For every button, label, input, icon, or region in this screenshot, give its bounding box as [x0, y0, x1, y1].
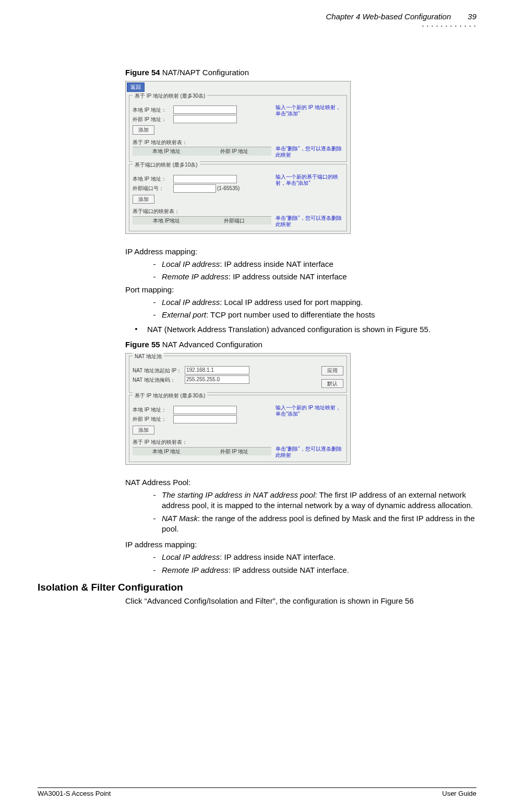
- ip-mapping-heading: IP Address mapping:: [125, 246, 476, 257]
- isolation-filter-body: Click “Advanced Config/Isolation and Fil…: [125, 596, 476, 606]
- port-local-ip-desc: : Local IP address used for port mapping…: [220, 298, 363, 307]
- ip-mapping-heading-2: IP address mapping:: [125, 539, 476, 550]
- list-item: -Remote IP address: IP address outside N…: [147, 272, 476, 282]
- local-ip-input-2[interactable]: [173, 406, 237, 414]
- remote-ip-desc: : IP address outside NAT interface: [229, 272, 347, 281]
- th-external-port: 外部端口: [200, 217, 268, 225]
- list-item: -External port: TCP port number used to …: [147, 310, 476, 320]
- local-ip-input[interactable]: [173, 105, 237, 114]
- nat-mask-input[interactable]: 255.255.255.0: [185, 375, 249, 384]
- figure-54-label: Figure 54: [125, 68, 160, 77]
- add-hint: 输入一个新的 IP 地址映射，单击“添加”: [276, 104, 343, 117]
- list-item: -The starting IP address in NAT address …: [147, 490, 476, 511]
- port-add-button[interactable]: 添加: [133, 195, 154, 204]
- footer-right: User Guide: [442, 789, 476, 798]
- ip-mapping-table-title-2: 基于 IP 地址的映射表：: [133, 439, 343, 446]
- remote-ip-label-2: 外部 IP 地址：: [133, 416, 173, 423]
- ip-mapping-legend-2: 基于 IP 地址的映射 (最多30条): [133, 392, 207, 399]
- default-button[interactable]: 默认: [321, 379, 343, 389]
- add-button-2[interactable]: 添加: [133, 426, 154, 435]
- remote-ip-label: 外部 IP 地址：: [133, 116, 173, 123]
- port-delete-hint: 单击“删除”，您可以逐条删除此映射: [276, 215, 343, 228]
- chapter-title: Chapter 4 Web-based Configuration: [326, 11, 451, 22]
- add-button[interactable]: 添加: [133, 125, 154, 135]
- local-ip-term-2: Local IP address: [162, 552, 220, 561]
- th-local-ip: 本地 IP 地址: [133, 148, 200, 155]
- figure-55-caption: Figure 55 NAT Advanced Configuration: [125, 339, 476, 350]
- figure-55-title: NAT Advanced Configuration: [160, 340, 262, 349]
- page-footer: WA3001-S Access Point User Guide: [38, 787, 476, 798]
- list-item: -Local IP address: IP address inside NAT…: [147, 552, 476, 562]
- ip-table-header: 本地 IP 地址 外部 IP 地址: [133, 147, 271, 156]
- remote-ip-desc-2: : IP address outside NAT interface.: [229, 566, 349, 574]
- delete-hint: 单击“删除”，您可以逐条删除此映射: [276, 146, 343, 158]
- port-mapping-heading: Port mapping:: [125, 285, 476, 295]
- remote-ip-input-2[interactable]: [173, 415, 237, 423]
- start-ip-input[interactable]: 192.168.1.1: [185, 366, 249, 374]
- list-item: -Remote IP address: IP address outside N…: [147, 565, 476, 575]
- local-ip-desc: : IP address inside NAT interface: [220, 260, 333, 268]
- external-port-label: 外部端口号：: [133, 185, 173, 192]
- th-remote-ip: 外部 IP 地址: [200, 148, 268, 155]
- ip-mapping-fieldset: 基于 IP 地址的映射 (最多30条) 本地 IP 地址： 外部 IP 地址： …: [129, 95, 347, 162]
- port-add-hint: 输入一个新的基于端口的映射，单击“添加”: [276, 174, 343, 186]
- figure-54-caption: Figure 54 NAT/NAPT Configuration: [125, 67, 476, 78]
- nat-bullet: • NAT (Network Address Translation) adva…: [125, 324, 476, 335]
- figure-55-screenshot: NAT 地址池 NAT 地址池起始 IP：192.168.1.1 NAT 地址池…: [125, 353, 351, 465]
- port-local-ip-label: 本地 IP 地址：: [133, 175, 173, 183]
- port-table-header: 本地 IP地址 外部端口: [133, 216, 271, 225]
- local-ip-label: 本地 IP 地址：: [133, 107, 173, 114]
- remote-ip-term-2: Remote IP address: [162, 566, 229, 574]
- nat-pool-heading: NAT Address Pool:: [125, 477, 476, 488]
- start-ip-label: NAT 地址池起始 IP：: [133, 367, 185, 374]
- figure-55-label: Figure 55: [125, 340, 160, 349]
- apply-button[interactable]: 应用: [321, 366, 343, 375]
- local-ip-label-2: 本地 IP 地址：: [133, 406, 173, 414]
- page-number: 39: [468, 11, 476, 22]
- local-ip-desc-2: : IP address inside NAT interface.: [220, 552, 336, 561]
- nat-pool-legend: NAT 地址池: [133, 353, 164, 360]
- port-mapping-legend: 基于端口的映射 (最多10条): [133, 161, 200, 169]
- th-local-ip-2: 本地 IP 地址: [133, 448, 200, 455]
- port-range-hint: (1-65535): [217, 185, 240, 192]
- nat-pool-fieldset: NAT 地址池 NAT 地址池起始 IP：192.168.1.1 NAT 地址池…: [129, 356, 347, 393]
- nat-mask-term: NAT Mask: [162, 514, 198, 523]
- figure-54-title: NAT/NAPT Configuration: [160, 68, 249, 77]
- nat-mask-desc: : the range of the address pool is defin…: [162, 514, 475, 533]
- header-ornament: • • • • • • • • • • • •: [422, 23, 476, 29]
- list-item: -Local IP address: IP address inside NAT…: [147, 259, 476, 269]
- figure-54-screenshot: 返回 基于 IP 地址的映射 (最多30条) 本地 IP 地址： 外部 IP 地…: [125, 81, 351, 234]
- external-port-input[interactable]: [173, 184, 216, 193]
- delete-hint-2: 单击“删除”，您可以逐条删除此映射: [276, 446, 343, 458]
- port-local-ip-input[interactable]: [173, 175, 237, 183]
- isolation-filter-heading: Isolation & Filter Configuration: [38, 581, 476, 594]
- nat-mask-label: NAT 地址池掩码：: [133, 376, 185, 384]
- th-port-local-ip: 本地 IP地址: [133, 217, 200, 225]
- ip-mapping-table-title: 基于 IP 地址的映射表：: [133, 139, 343, 146]
- remote-ip-input[interactable]: [173, 115, 237, 123]
- external-port-desc: : TCP port number used to differentiate …: [206, 310, 375, 319]
- ip-mapping-fieldset-2: 基于 IP 地址的映射 (最多30条) 本地 IP 地址： 外部 IP 地址： …: [129, 395, 347, 462]
- nat-bullet-text: NAT (Network Address Translation) advanc…: [147, 324, 476, 335]
- add-hint-2: 输入一个新的 IP 地址映射，单击“添加”: [276, 405, 343, 417]
- port-mapping-table-title: 基于端口的映射表：: [133, 208, 343, 215]
- port-local-ip-term: Local IP address: [162, 298, 220, 307]
- ip-table-header-2: 本地 IP 地址 外部 IP 地址: [133, 447, 271, 456]
- ip-mapping-legend: 基于 IP 地址的映射 (最多30条): [133, 92, 207, 100]
- start-ip-term: The starting IP address in NAT address p…: [162, 490, 315, 499]
- port-mapping-fieldset: 基于端口的映射 (最多10条) 本地 IP 地址： 外部端口号：(1-65535…: [129, 164, 347, 231]
- footer-left: WA3001-S Access Point: [38, 789, 111, 798]
- local-ip-term: Local IP address: [162, 260, 220, 268]
- list-item: -NAT Mask: the range of the address pool…: [147, 513, 476, 535]
- list-item: -Local IP address: Local IP address used…: [147, 297, 476, 308]
- remote-ip-term: Remote IP address: [162, 272, 229, 281]
- external-port-term: External port: [162, 310, 206, 319]
- th-remote-ip-2: 外部 IP 地址: [200, 448, 268, 455]
- back-link[interactable]: 返回: [127, 83, 145, 92]
